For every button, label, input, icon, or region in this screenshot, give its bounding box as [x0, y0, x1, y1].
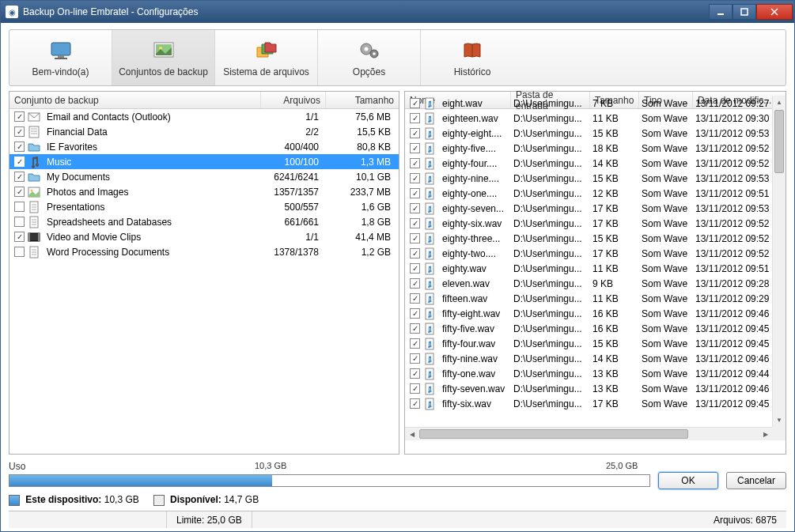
file-name: fifty-eight.wav — [439, 306, 510, 321]
file-date: 13/11/2012 09:52 — [692, 231, 772, 246]
checkbox[interactable] — [410, 128, 420, 138]
file-row[interactable]: fifty-seven.wav D:\User\mingu... 13 KB S… — [405, 381, 772, 396]
file-row[interactable]: fifty-four.wav D:\User\mingu... 15 KB So… — [405, 336, 772, 351]
file-row[interactable]: eighty-nine.... D:\User\mingu... 15 KB S… — [405, 171, 772, 186]
backup-set-row[interactable]: Word Processing Documents 1378/1378 1,2 … — [9, 244, 399, 259]
backup-set-row[interactable]: Video and Movie Clips 1/1 41,4 MB — [9, 229, 399, 244]
file-name: eighty.wav — [439, 261, 510, 276]
toolbar-tab-3[interactable]: Opções — [318, 30, 421, 85]
checkbox[interactable] — [410, 203, 420, 213]
file-row[interactable]: eighty.wav D:\User\mingu... 11 KB Som Wa… — [405, 261, 772, 276]
checkbox[interactable] — [14, 247, 25, 257]
set-files: 500/557 — [257, 199, 322, 214]
checkbox[interactable] — [410, 263, 420, 274]
file-row[interactable]: eighty-two.... D:\User\mingu... 17 KB So… — [405, 246, 772, 261]
file-row[interactable]: eighty-eight.... D:\User\mingu... 15 KB … — [405, 126, 772, 141]
checkbox[interactable] — [14, 157, 25, 167]
checkbox[interactable] — [410, 188, 420, 198]
ok-button[interactable]: OK — [658, 472, 718, 489]
close-button[interactable] — [756, 4, 793, 20]
checkbox[interactable] — [410, 173, 420, 183]
scroll-up-button[interactable]: ▲ — [773, 96, 786, 109]
checkbox[interactable] — [14, 141, 25, 152]
file-row[interactable]: eighty-three... D:\User\mingu... 15 KB S… — [405, 231, 772, 246]
toolbar-tab-4[interactable]: Histórico — [421, 30, 524, 85]
backup-set-row[interactable]: Spreadsheets and Databases 661/661 1,8 G… — [9, 214, 399, 229]
cancel-button[interactable]: Cancelar — [726, 472, 786, 489]
toolbar-tab-1[interactable]: Conjuntos de backup — [112, 30, 215, 85]
file-date: 13/11/2012 09:52 — [692, 216, 772, 231]
scroll-left-button[interactable]: ◀ — [405, 428, 418, 440]
file-row[interactable]: fifteen.wav D:\User\mingu... 11 KB Som W… — [405, 291, 772, 306]
col-size[interactable]: Tamanho — [326, 92, 399, 108]
maximize-button[interactable] — [733, 4, 756, 20]
checkbox[interactable] — [410, 368, 420, 379]
checkbox[interactable] — [410, 98, 420, 108]
checkbox[interactable] — [14, 217, 25, 227]
scroll-thumb-h[interactable] — [419, 429, 688, 439]
file-name: fifty-four.wav — [439, 336, 510, 351]
file-row[interactable]: eighty-six.wav D:\User\mingu... 17 KB So… — [405, 216, 772, 231]
vertical-scrollbar[interactable]: ▲ ▼ — [772, 96, 786, 427]
col-name[interactable]: Conjunto de backup — [9, 92, 261, 108]
music-icon — [28, 156, 40, 168]
checkbox[interactable] — [410, 113, 420, 123]
file-row[interactable]: eleven.wav D:\User\mingu... 9 KB Som Wav… — [405, 276, 772, 291]
backup-set-row[interactable]: My Documents 6241/6241 10,1 GB — [9, 169, 399, 184]
file-row[interactable]: eighty-four.... D:\User\mingu... 14 KB S… — [405, 156, 772, 171]
file-row[interactable]: eight.wav D:\User\mingu... 7 KB Som Wave… — [405, 96, 772, 111]
file-row[interactable]: fifty-eight.wav D:\User\mingu... 16 KB S… — [405, 306, 772, 321]
file-row[interactable]: fifty-one.wav D:\User\mingu... 13 KB Som… — [405, 366, 772, 381]
checkbox[interactable] — [14, 111, 25, 122]
backup-set-row[interactable]: IE Favorites 400/400 80,8 KB — [9, 139, 399, 154]
toolbar-tab-2[interactable]: Sistema de arquivos — [215, 30, 318, 85]
checkbox[interactable] — [410, 218, 420, 228]
checkbox[interactable] — [410, 383, 420, 394]
backup-set-row[interactable]: Financial Data 2/2 15,5 KB — [9, 124, 399, 139]
file-row[interactable]: fifty-five.wav D:\User\mingu... 16 KB So… — [405, 321, 772, 336]
svg-rect-32 — [38, 233, 40, 241]
image-icon — [28, 186, 40, 198]
scroll-right-button[interactable]: ▶ — [759, 428, 772, 440]
file-date: 13/11/2012 09:28 — [692, 276, 772, 291]
backup-set-row[interactable]: Music 100/100 1,3 MB — [9, 154, 399, 169]
file-type: Som Wave — [638, 126, 692, 141]
checkbox[interactable] — [14, 202, 25, 212]
scroll-down-button[interactable]: ▼ — [773, 413, 786, 427]
horizontal-scrollbar[interactable]: ◀ ▶ — [405, 427, 772, 440]
checkbox[interactable] — [410, 143, 420, 153]
file-row[interactable]: eighteen.wav D:\User\mingu... 11 KB Som … — [405, 111, 772, 126]
status-files-value: 6875 — [755, 515, 777, 526]
checkbox[interactable] — [410, 353, 420, 364]
file-row[interactable]: fifty-nine.wav D:\User\mingu... 14 KB So… — [405, 351, 772, 366]
checkbox[interactable] — [410, 233, 420, 243]
audio-file-icon — [423, 97, 436, 110]
backup-set-row[interactable]: Photos and Images 1357/1357 233,7 MB — [9, 184, 399, 199]
checkbox[interactable] — [14, 172, 25, 182]
checkbox[interactable] — [410, 248, 420, 258]
checkbox[interactable] — [14, 232, 25, 242]
legend-device-value: 10,3 GB — [104, 494, 139, 505]
checkbox[interactable] — [410, 338, 420, 349]
checkbox[interactable] — [14, 187, 25, 197]
checkbox[interactable] — [410, 293, 420, 304]
checkbox[interactable] — [14, 126, 25, 137]
file-row[interactable]: eighty-seven... D:\User\mingu... 17 KB S… — [405, 201, 772, 216]
checkbox[interactable] — [410, 323, 420, 334]
toolbar-tab-0[interactable]: Bem-vindo(a) — [9, 30, 112, 85]
col-files[interactable]: Arquivos — [261, 92, 326, 108]
file-size: 15 KB — [589, 126, 638, 141]
titlebar[interactable]: ◉ Backup On-line Embratel - Configuraçõe… — [1, 1, 794, 23]
checkbox[interactable] — [410, 308, 420, 319]
file-row[interactable]: eighty-one.... D:\User\mingu... 12 KB So… — [405, 186, 772, 201]
backup-set-row[interactable]: Email and Contacts (Outlook) 1/1 75,6 MB — [9, 109, 399, 124]
file-row[interactable]: eighty-five.... D:\User\mingu... 18 KB S… — [405, 141, 772, 156]
file-size: 11 KB — [589, 291, 638, 306]
backup-set-row[interactable]: Presentations 500/557 1,6 GB — [9, 199, 399, 214]
minimize-button[interactable] — [709, 4, 733, 20]
scroll-thumb[interactable] — [774, 110, 784, 173]
checkbox[interactable] — [410, 158, 420, 168]
checkbox[interactable] — [410, 278, 420, 289]
checkbox[interactable] — [410, 398, 420, 409]
file-row[interactable]: fifty-six.wav D:\User\mingu... 17 KB Som… — [405, 396, 772, 411]
